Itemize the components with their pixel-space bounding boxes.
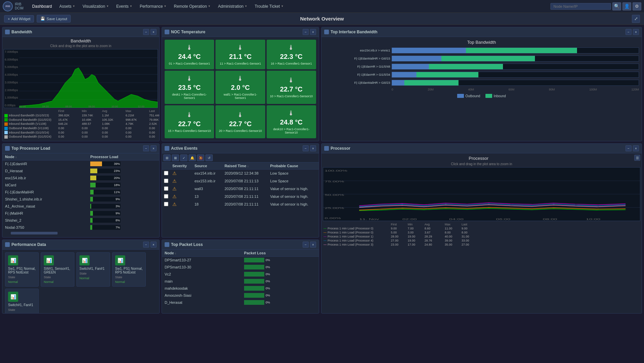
nav-administration[interactable]: Administration ▼ <box>215 3 251 10</box>
node-name: A1_Archive_riasat <box>2 203 88 210</box>
table-row[interactable]: Shishei_2 8% <box>2 217 159 224</box>
add-widget-button[interactable]: + Add Widget <box>4 15 34 23</box>
proc-load-close[interactable]: × <box>150 145 157 151</box>
pkt-row-7[interactable]: D_Herasat 0% <box>162 299 319 306</box>
nav-assets[interactable]: Assets ▼ <box>56 3 78 10</box>
processor-legend: FirstMinAvgMaxLast —Process 1 min Load (… <box>323 222 640 247</box>
noc-minimize[interactable]: − <box>303 29 309 35</box>
packet-loss-body: Node ↕ Packet Loss DPSmart110-27 0% <box>162 250 319 313</box>
temp-grid: 🌡 24.4 °C 01 > Rac1-Conroller1-Sensor1 🌡… <box>163 38 317 140</box>
event-row-2[interactable]: ⚠ esx153.irib.ir 2020/07/08 21:11:13 Low… <box>162 177 319 185</box>
table-row[interactable]: Shishei_1.shishe.irib.ir 9% <box>2 196 159 203</box>
pkt-row-2[interactable]: DPSmart110-30 0% <box>162 264 319 271</box>
perf-card-1[interactable]: 📊 Sw1, PS1 Normal, RPS NotExist State No… <box>5 252 39 287</box>
packet-loss-minimize[interactable]: − <box>303 242 309 248</box>
perf-data-close[interactable]: × <box>150 242 157 248</box>
pkt-row-1[interactable]: DPSmart110-27 0% <box>162 257 319 264</box>
col-source-header[interactable]: Source <box>193 162 223 170</box>
events-minimize[interactable]: − <box>303 145 309 151</box>
perf-card-state-label-5: State <box>8 308 15 312</box>
settings-button[interactable]: ⚙ <box>633 2 641 10</box>
perf-card-2[interactable]: 📊 SW#1, Sensor#1, GREEN State Normal <box>41 252 74 287</box>
pkt-row-3[interactable]: Vc2 0% <box>162 271 319 278</box>
col-cause-header[interactable]: Probable Cause <box>268 162 319 170</box>
col-severity-header[interactable]: Severity <box>170 162 193 170</box>
top-bw-close[interactable]: × <box>633 29 639 35</box>
pkt-value-3: 0% <box>266 273 270 276</box>
perf-card-5[interactable]: 📊 Switch#1, Fan#1 State Normal <box>5 289 39 313</box>
pkt-row-4[interactable]: main 0% <box>162 278 319 285</box>
bandwidth-chart[interactable]: 7.00Mbps 6.00Mbps 5.00Mbps 4.00Mbps 3.00… <box>4 49 158 108</box>
event-row-4[interactable]: ⚠ 13 2020/07/08 21:11:11 Value of sensor… <box>162 193 319 201</box>
table-row[interactable]: F(-1)EdanMaliHR 11% <box>2 189 159 196</box>
col-node-pkt-header[interactable]: Node ↕ <box>162 250 241 257</box>
temp-card-1: 🌡 24.4 °C 01 > Rac1-Conroller1-Sensor1 <box>165 40 214 69</box>
table-row[interactable]: D_Herasat 23% <box>2 168 159 175</box>
nav-trouble-ticket[interactable]: Trouble Ticket ▼ <box>251 3 287 10</box>
pkt-bar-6 <box>244 293 264 298</box>
event-row-5[interactable]: ⚠ 18 2020/07/08 21:11:11 Value of sensor… <box>162 201 319 208</box>
perf-card-3[interactable]: 📊 Switch#1, Fan#1 State Normal <box>76 252 110 287</box>
temp-label-5: wall1 > Rac1-Conroller1-Sensor1 <box>218 93 262 100</box>
perf-cards: 📊 Sw1, PS1 Normal, RPS NotExist State No… <box>4 251 158 313</box>
processor-menu-btn[interactable]: ☰ <box>634 155 640 161</box>
bandwidth-chart-area[interactable]: 02:00 04:00 06:00 08:00 10:00 12:00 <box>19 49 158 108</box>
nav-performance[interactable]: Performance ▼ <box>136 3 170 10</box>
processor-minimize[interactable]: − <box>625 145 632 151</box>
events-close[interactable]: × <box>310 145 316 151</box>
save-layout-button[interactable]: 💾 Save Layout <box>37 15 71 23</box>
event-checkbox[interactable] <box>162 193 170 201</box>
perf-card-4[interactable]: 📊 Sw1, PS1 Normal, RPS NotExist State No… <box>112 252 146 287</box>
nav-dashboard[interactable]: Dashboard <box>29 3 56 10</box>
table-row[interactable]: esx154.irib.ir 20% <box>2 175 159 182</box>
events-tool-3[interactable]: ✓ <box>180 154 188 161</box>
nav-visualization[interactable]: Visualization ▼ <box>79 3 112 10</box>
svg-text:06:00: 06:00 <box>496 218 510 221</box>
proc-legend-row-2: —Process 1 min Load (Processor 0) 5.003.… <box>323 230 640 234</box>
top-bw-minimize[interactable]: − <box>625 29 632 35</box>
processor-chart[interactable]: 100.00% 75.00% 50.00% 25.00% 0.00% 11. N… <box>323 167 640 221</box>
perf-data-minimize[interactable]: − <box>143 242 149 248</box>
event-raised: 2020/09/12 12:34:38 <box>223 170 268 177</box>
event-checkbox[interactable] <box>162 201 170 208</box>
col-loss-header[interactable]: Packet Loss <box>241 250 319 257</box>
events-tool-2[interactable]: ⊠ <box>172 154 179 161</box>
events-tool-6[interactable]: ↺ <box>205 154 213 161</box>
proc-load-minimize[interactable]: − <box>143 145 149 151</box>
pkt-row-6[interactable]: Amoozesh-Siasi 0% <box>162 292 319 299</box>
noc-close[interactable]: × <box>310 29 316 35</box>
search-button[interactable]: 🔍 <box>612 2 621 10</box>
table-row[interactable]: F(-)MaliHR 9% <box>2 210 159 217</box>
packet-loss-close[interactable]: × <box>310 242 316 248</box>
proc-bar <box>90 225 92 230</box>
proc-load-hscroll-thumb[interactable] <box>11 232 58 234</box>
nav-events[interactable]: Events ▼ <box>113 3 136 10</box>
events-tool-5[interactable]: 🔕 <box>197 154 204 161</box>
event-row-3[interactable]: ⚠ wall3 2020/07/08 21:11:11 Value of sen… <box>162 185 319 193</box>
table-row[interactable]: F(-1)EdanHR 39% <box>2 160 159 168</box>
table-row[interactable]: Nodal-3750 7% <box>2 224 159 231</box>
events-tool-4[interactable]: 🔔 <box>189 154 196 161</box>
expand-button[interactable]: ⤢ <box>632 15 640 23</box>
search-input[interactable] <box>550 3 611 10</box>
nav-remote-operation[interactable]: Remote Operation ▼ <box>171 3 214 10</box>
col-load-header[interactable]: Processor Load <box>88 153 159 160</box>
pkt-row-5[interactable]: mahdekoodak 0% <box>162 285 319 292</box>
bar-legend: Outbound Inbound <box>324 94 639 98</box>
logo-text1: IRIB <box>5 5 10 7</box>
processor-close[interactable]: × <box>633 145 639 151</box>
bandwidth-close[interactable]: × <box>150 29 157 35</box>
user-button[interactable]: 👤 <box>622 2 631 10</box>
table-row[interactable]: IdCard 18% <box>2 182 159 189</box>
proc-load-hscroll[interactable] <box>3 232 159 234</box>
col-node-header[interactable]: Node ↕ <box>2 153 88 160</box>
events-tool-1[interactable]: ⊞ <box>163 154 171 161</box>
event-checkbox[interactable] <box>162 177 170 185</box>
event-row-1[interactable]: ⚠ esx154.irib.ir 2020/09/12 12:34:38 Low… <box>162 170 319 177</box>
table-row[interactable]: A1_Archive_riasat 3% <box>2 203 159 210</box>
col-raised-header[interactable]: Raised Time ↕ <box>223 162 268 170</box>
bandwidth-minimize[interactable]: − <box>143 29 149 35</box>
thermo-icon-2: 🌡 <box>237 44 244 51</box>
event-checkbox[interactable] <box>162 185 170 193</box>
event-checkbox[interactable] <box>162 170 170 177</box>
